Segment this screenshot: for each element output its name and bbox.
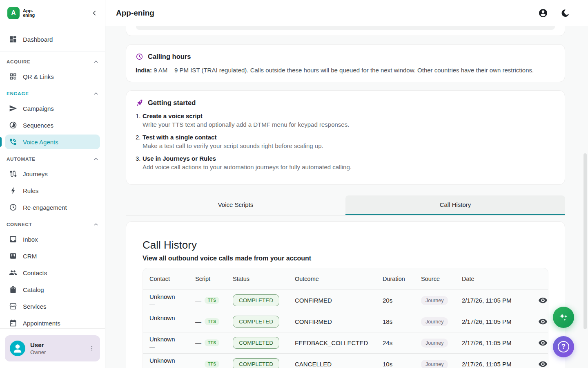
sidebar-item-inbox[interactable]: Inbox (5, 232, 100, 247)
sidebar-footer: User Owner (0, 328, 105, 368)
getting-started-steps: 1.Create a voice script Write your TTS t… (136, 112, 555, 171)
sidebar-item-journeys[interactable]: Journeys (5, 166, 100, 181)
calling-hours-card: Calling hours India: 9 AM – 9 PM IST (TR… (126, 44, 565, 82)
contact-sub: — (149, 365, 195, 368)
table-row: Unknown— —TTS COMPLETED CANCELLED 10s Jo… (143, 353, 548, 368)
tts-badge: TTS (205, 339, 219, 346)
sidebar-collapse-icon[interactable] (90, 9, 98, 17)
user-card[interactable]: User Owner (5, 335, 100, 361)
phone-in-talk-icon (9, 138, 17, 146)
sidebar-item-re-engagement[interactable]: Re-engagement (5, 200, 100, 215)
contact-name: Unknown (149, 336, 195, 343)
user-menu-dots-icon[interactable] (89, 345, 95, 352)
tab-bar: Voice Scripts Call History (126, 195, 565, 215)
bolt-icon (9, 186, 17, 195)
sidebar-section-automate[interactable]: AUTOMATE (7, 155, 99, 163)
sidebar-item-campaigns[interactable]: Campaigns (5, 101, 100, 116)
column-header-source[interactable]: Source (421, 276, 462, 282)
call-history-title: Call History (143, 239, 548, 251)
user-name: User (30, 341, 46, 348)
column-header-date[interactable]: Date (462, 276, 530, 282)
column-header-contact[interactable]: Contact (149, 276, 195, 282)
chevron-up-icon[interactable] (93, 221, 99, 228)
tab-voice-scripts[interactable]: Voice Scripts (126, 195, 345, 215)
duration-value: 24s (383, 339, 421, 346)
calling-hours-body: India: 9 AM – 9 PM IST (TRAI regulated).… (136, 67, 555, 74)
sidebar-item-qr-links[interactable]: QR & Links (5, 69, 100, 84)
script-value: — (195, 297, 201, 304)
inbox-icon (9, 235, 17, 243)
outcome-value: CONFIRMED (295, 318, 383, 325)
app-logo-text: App- ening (23, 9, 35, 18)
table-header-row: ContactScriptStatusOutcomeDurationSource… (143, 268, 548, 289)
kanban-icon (9, 252, 17, 260)
dashboard-icon (9, 35, 17, 43)
date-value: 2/17/26, 11:05 PM (462, 339, 530, 346)
sidebar-logo-row: A App- ening (0, 0, 105, 26)
getting-started-step: 3.Use in Journeys or Rules Add voice cal… (136, 155, 555, 171)
page-title: App-ening (116, 9, 154, 18)
eye-icon[interactable] (538, 338, 548, 348)
tts-badge: TTS (205, 361, 219, 368)
status-badge: COMPLETED (233, 358, 279, 368)
sidebar-item-catalog[interactable]: Catalog (5, 282, 100, 297)
qr-code-icon (9, 72, 17, 81)
column-header-outcome[interactable]: Outcome (295, 276, 383, 282)
source-badge: Journey (421, 296, 448, 305)
question-mark-icon: ? (558, 341, 569, 352)
account-circle-icon[interactable] (538, 8, 548, 18)
table-body: Unknown— —TTS COMPLETED CONFIRMED 20s Jo… (143, 289, 548, 368)
chevron-up-icon[interactable] (93, 156, 99, 162)
getting-started-card: Getting started 1.Create a voice script … (126, 90, 565, 185)
route-icon (9, 170, 17, 178)
column-header-script[interactable]: Script (195, 276, 233, 282)
script-value: — (195, 318, 201, 325)
sidebar: A App- ening Dashboard ACQUIRE QR & Link… (0, 0, 105, 368)
duration-value: 20s (383, 297, 421, 304)
sidebar-section-acquire[interactable]: ACQUIRE (7, 58, 99, 65)
table-row: Unknown— —TTS COMPLETED CONFIRMED 20s Jo… (143, 289, 548, 311)
chevron-up-icon[interactable] (93, 90, 99, 97)
duration-value: 18s (383, 318, 421, 325)
sidebar-item-voice-agents[interactable]: Voice Agents (5, 135, 100, 149)
call-history-panel: Call History View all outbound voice cal… (126, 221, 565, 368)
sidebar-item-dashboard[interactable]: Dashboard (5, 32, 100, 47)
scrollbar-thumb[interactable] (584, 153, 587, 329)
sidebar-item-rules[interactable]: Rules (5, 183, 100, 198)
sparkles-icon (557, 311, 570, 323)
column-header-duration[interactable]: Duration (383, 276, 421, 282)
rocket-icon (136, 99, 143, 107)
contact-sub: — (149, 323, 195, 329)
user-avatar (10, 341, 25, 356)
top-bar: App-ening (105, 0, 588, 26)
table-row: Unknown— —TTS COMPLETED CONFIRMED 18s Jo… (143, 311, 548, 332)
ai-assistant-button[interactable] (553, 307, 574, 328)
moon-icon[interactable] (560, 8, 570, 18)
sidebar-section-connect[interactable]: CONNECT (7, 221, 99, 228)
source-badge: Journey (421, 317, 448, 326)
help-button[interactable]: ? (553, 336, 574, 357)
sidebar-item-contacts[interactable]: Contacts (5, 265, 100, 280)
column-header-status[interactable]: Status (233, 276, 295, 282)
sidebar-item-services[interactable]: Services (5, 299, 100, 314)
sidebar-item-sequences[interactable]: Sequences (5, 118, 100, 132)
chevron-up-icon[interactable] (93, 58, 99, 65)
calendar-icon (9, 319, 17, 327)
outcome-value: FEEDBACK_COLLECTED (295, 339, 383, 346)
sidebar-item-crm[interactable]: CRM (5, 249, 100, 263)
calling-hours-title: Calling hours (148, 53, 191, 61)
date-value: 2/17/26, 11:05 PM (462, 318, 530, 325)
source-badge: Journey (421, 360, 448, 368)
tts-badge: TTS (205, 318, 219, 325)
eye-icon[interactable] (538, 295, 548, 305)
tts-badge: TTS (205, 297, 219, 304)
tab-call-history[interactable]: Call History (345, 195, 565, 215)
clock-icon (9, 203, 17, 211)
outcome-value: CONFIRMED (295, 297, 383, 304)
eye-icon[interactable] (538, 316, 548, 327)
eye-icon[interactable] (538, 359, 548, 368)
getting-started-step: 1.Create a voice script Write your TTS t… (136, 112, 555, 128)
date-value: 2/17/26, 11:05 PM (462, 361, 530, 368)
sidebar-section-engage[interactable]: ENGAGE (7, 90, 99, 97)
user-role: Owner (30, 349, 46, 355)
